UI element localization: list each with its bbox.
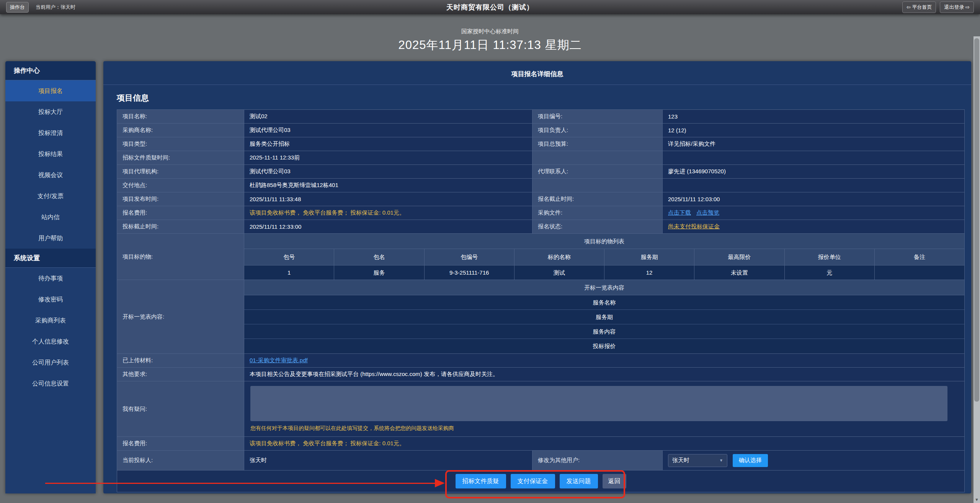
field-label: 项目总预算:: [532, 137, 663, 151]
table-row: 报名费用: 该项目免收标书费， 免收平台服务费； 投标保证金: 0.01元。 采…: [117, 206, 964, 220]
packages-header-row: 包号 包名 包编号 标的名称 服务期 最高限价 报价单位 备注: [244, 249, 964, 265]
sidebar-item-site-message[interactable]: 站内信: [5, 207, 96, 228]
console-button[interactable]: 操作台: [6, 2, 29, 13]
bidder-row: 当前投标人: 张天时 修改为其他用户: 张天时 ▼ 确认选择: [117, 451, 964, 470]
current-bidder-value: 张天时: [244, 451, 532, 470]
question-textarea[interactable]: [250, 386, 947, 421]
sidebar-item-change-password[interactable]: 修改密码: [5, 289, 96, 310]
send-question-button[interactable]: 发送问题: [560, 474, 598, 488]
field-label: 投标截止时间:: [117, 220, 244, 233]
table-row: 项目名称: 测试02 项目编号: 123: [117, 110, 964, 124]
bid-opening-row: 开标一览表内容: 开标一览表内容 服务名称 服务期 服务内容 投标报价: [117, 280, 964, 354]
field-value: 2025/11/11 11:33:48: [244, 192, 532, 206]
column-header: 备注: [875, 249, 964, 265]
clock-source-label: 国家授时中心标准时间: [0, 14, 980, 35]
table-row: 项目代理机构: 测试代理公司03 代理联系人: 廖先进 (13469070520…: [117, 165, 964, 179]
field-label: 当前投标人:: [117, 451, 244, 470]
field-label: 项目编号:: [532, 110, 663, 123]
page-title: 项目报名详细信息: [103, 61, 971, 85]
bid-opening-title: 开标一览表内容: [244, 280, 964, 295]
sidebar-item-video-meeting[interactable]: 视频会议: [5, 164, 96, 186]
field-value: 2025/11/11 12:03:00: [663, 192, 964, 206]
field-label: [532, 151, 663, 164]
other-requirements-text: 本项目相关公告及变更事项在招采测试平台 (https://www.cszoc.c…: [244, 368, 964, 381]
sidebar: 操作中心 项目报名 投标大厅 投标澄清 投标结果 视频会议 支付/发票 站内信 …: [5, 61, 96, 493]
sidebar-item-profile-edit[interactable]: 个人信息修改: [5, 331, 96, 352]
status-link[interactable]: 尚未支付投标保证金: [668, 223, 720, 230]
platform-home-button[interactable]: ⇦ 平台首页: [902, 2, 936, 13]
field-label: 报名截止时间:: [532, 192, 663, 206]
sidebar-item-user-help[interactable]: 用户帮助: [5, 228, 96, 249]
bidder-select[interactable]: 张天时 ▼: [668, 454, 727, 467]
clock-datetime: 2025年11月11日 11:37:13 星期二: [0, 37, 980, 53]
sidebar-item-company-users[interactable]: 公司用户列表: [5, 352, 96, 373]
sidebar-item-purchaser-list[interactable]: 采购商列表: [5, 310, 96, 331]
preview-link[interactable]: 点击预览: [696, 209, 719, 217]
scrollbar-thumb[interactable]: [974, 38, 979, 402]
field-label: 采购商名称:: [117, 124, 244, 137]
cell-value: 元: [785, 265, 875, 280]
column-header: 标的名称: [514, 249, 604, 265]
sidebar-item-todo[interactable]: 待办事项: [5, 268, 96, 289]
column-header: 包号: [244, 249, 334, 265]
column-header: 最高限价: [694, 249, 784, 265]
back-button[interactable]: 返回: [603, 474, 626, 488]
cell-value: 9-3-251111-716: [425, 265, 514, 280]
field-label: 项目名称:: [117, 110, 244, 123]
sidebar-item-pay-invoice[interactable]: 支付/发票: [5, 186, 96, 207]
topbar-actions: ⇦ 平台首页 退出登录 ⇨: [902, 2, 974, 13]
challenge-document-button[interactable]: 招标文件质疑: [456, 474, 506, 488]
download-link[interactable]: 点击下载: [668, 209, 691, 217]
field-value: 测试代理公司03: [244, 124, 532, 137]
table-row: 项目发布时间: 2025/11/11 11:33:48 报名截止时间: 2025…: [117, 192, 964, 206]
field-label: 报名费用:: [117, 206, 244, 220]
fee-row: 报名费用: 该项目免收标书费， 免收平台服务费； 投标保证金: 0.01元。: [117, 437, 964, 451]
uploaded-file-link[interactable]: 01-采购文件审批表.pdf: [250, 357, 308, 364]
document-links: 点击下载 点击预览: [663, 206, 964, 220]
table-row: 采购商名称: 测试代理公司03 项目负责人: 12 (12): [117, 124, 964, 137]
cell-value: [875, 265, 964, 280]
chevron-down-icon: ▼: [719, 458, 723, 462]
column-header: 包名: [334, 249, 424, 265]
field-label: 我有疑问:: [117, 381, 244, 436]
bidder-select-value: 张天时: [672, 457, 689, 464]
packages-table-title: 项目标的物列表: [244, 234, 964, 249]
table-row: 交付地点: 杜鹃路858号奥克斯缔壹城12栋401: [117, 179, 964, 192]
sidebar-item-bid-result[interactable]: 投标结果: [5, 143, 96, 164]
uploaded-material-row: 已上传材料: 01-采购文件审批表.pdf: [117, 354, 964, 368]
sidebar-item-bid-hall[interactable]: 投标大厅: [5, 101, 96, 122]
pay-deposit-button[interactable]: 支付保证金: [511, 474, 555, 488]
logout-button[interactable]: 退出登录 ⇨: [940, 2, 974, 13]
field-label: 修改为其他用户:: [532, 451, 663, 470]
field-value: 测试02: [244, 110, 532, 123]
field-value: 12 (12): [663, 124, 964, 137]
field-label: [532, 179, 663, 192]
main-panel: 项目报名详细信息 项目信息 项目名称: 测试02 项目编号: 123 采购商名称…: [103, 61, 971, 493]
cell-value: 1: [244, 265, 334, 280]
bid-opening-item: 服务期: [244, 310, 964, 324]
field-value: 廖先进 (13469070520): [663, 165, 964, 178]
vertical-scrollbar[interactable]: ▼: [973, 36, 980, 503]
actions-row: 招标文件质疑 支付保证金 发送问题 返回: [117, 470, 964, 492]
confirm-select-button[interactable]: 确认选择: [733, 454, 768, 467]
fee-notice: 该项目免收标书费， 免收平台服务费； 投标保证金: 0.01元。: [244, 206, 532, 220]
field-value: [663, 179, 964, 192]
sidebar-section-settings: 系统设置: [5, 249, 96, 268]
packages-data-row: 1 服务 9-3-251111-716 测试 12 未设置 元: [244, 265, 964, 280]
field-label: 其他要求:: [117, 368, 244, 381]
packages-row: 项目标的物: 项目标的物列表 包号 包名 包编号 标的名称 服务期 最高限价 报…: [117, 234, 964, 280]
scrollbar-down-arrow-icon[interactable]: ▼: [973, 497, 980, 502]
field-label: 报名费用:: [117, 437, 244, 450]
field-label: 报名状态:: [532, 220, 663, 233]
field-value: 2025-11-11 12:33前: [244, 151, 532, 164]
field-label: 项目标的物:: [117, 234, 244, 280]
project-info-table: 项目名称: 测试02 项目编号: 123 采购商名称: 测试代理公司03 项目负…: [117, 109, 965, 492]
field-label: 项目发布时间:: [117, 192, 244, 206]
sidebar-item-company-settings[interactable]: 公司信息设置: [5, 373, 96, 394]
sidebar-item-project-signup[interactable]: 项目报名: [5, 80, 96, 101]
fee-notice: 该项目免收标书费， 免收平台服务费； 投标保证金: 0.01元。: [244, 437, 964, 450]
field-label: 项目负责人:: [532, 124, 663, 137]
sidebar-item-bid-clarify[interactable]: 投标澄清: [5, 122, 96, 143]
field-value: 123: [663, 110, 964, 123]
question-row: 我有疑问: 您有任何对于本项目的疑问都可以在此处填写提交，系统将会把您的问题发送…: [117, 381, 964, 437]
